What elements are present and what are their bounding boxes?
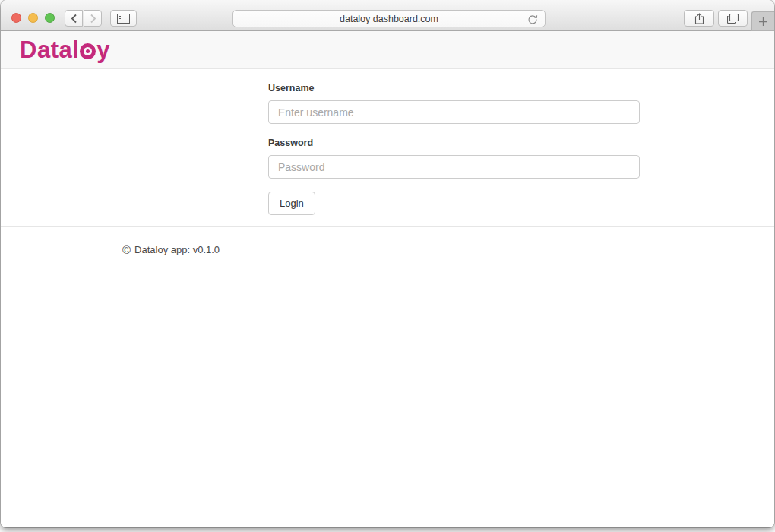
logo-text-after: y <box>96 36 110 64</box>
site-header: Dataly <box>1 31 774 69</box>
address-bar[interactable]: dataloy dashboard.com <box>232 10 546 27</box>
app-version-text: Dataloy app: v0.1.0 <box>134 244 220 255</box>
forward-button[interactable] <box>84 10 102 27</box>
dataloy-logo: Dataly <box>20 36 110 64</box>
url-text[interactable]: dataloy dashboard.com <box>340 14 438 24</box>
page-content: Dataly Username Password Login © Dataloy… <box>1 31 774 527</box>
browser-toolbar: dataloy dashboard.com <box>1 0 774 31</box>
login-button[interactable]: Login <box>268 192 315 215</box>
back-icon <box>71 14 78 24</box>
password-input[interactable] <box>268 155 640 179</box>
new-tab-icon <box>758 17 768 27</box>
maximize-window-button[interactable] <box>45 13 55 23</box>
site-footer: © Dataloy app: v0.1.0 <box>1 227 774 256</box>
minimize-window-button[interactable] <box>28 13 38 23</box>
logo-text-before: Datal <box>20 36 79 64</box>
logo-o-icon <box>80 43 96 59</box>
username-label: Username <box>268 83 640 93</box>
show-all-tabs-button[interactable] <box>718 10 748 27</box>
window-controls <box>11 13 55 23</box>
close-window-button[interactable] <box>11 13 21 23</box>
browser-window: dataloy dashboard.com <box>1 0 774 527</box>
share-button[interactable] <box>684 10 714 27</box>
password-label: Password <box>268 138 640 148</box>
new-tab-button[interactable] <box>751 11 774 31</box>
sidebar-icon <box>117 14 130 24</box>
back-button[interactable] <box>65 10 83 27</box>
tabs-icon <box>727 14 739 24</box>
sidebar-toggle-button[interactable] <box>110 10 137 27</box>
username-input[interactable] <box>268 100 640 124</box>
copyright-icon: © <box>122 243 131 256</box>
login-form: Username Password Login <box>1 69 640 215</box>
reload-icon <box>527 14 538 25</box>
reload-button[interactable] <box>527 14 538 25</box>
share-icon <box>694 13 704 24</box>
forward-icon <box>90 14 96 24</box>
